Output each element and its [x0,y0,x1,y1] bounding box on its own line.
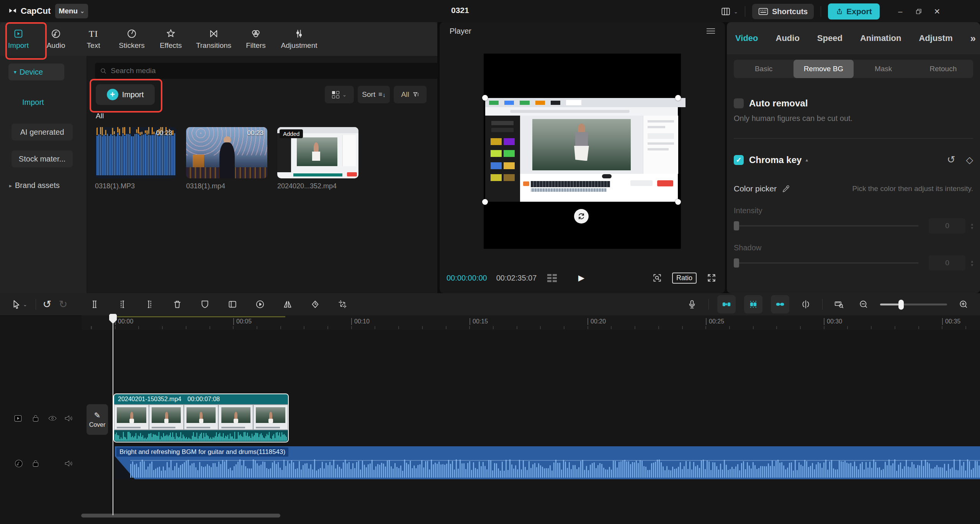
shadow-value[interactable]: 0 [929,255,965,271]
tab-audio-insp[interactable]: Audio [776,33,800,43]
player-menu-icon[interactable] [707,28,715,34]
delete-right-tool[interactable] [142,296,158,312]
keyframe-icon[interactable]: ◇ [966,155,973,165]
timeline-audio-clip[interactable]: Bright and refreshing BGM for guitar and… [115,446,980,479]
tab-speed[interactable]: Speed [817,33,843,43]
shortcuts-button[interactable]: Shortcuts [752,4,814,19]
auto-removal-checkbox[interactable] [734,98,744,108]
lock-icon[interactable] [31,413,41,423]
view-mode-button[interactable]: ⌄ [325,86,354,103]
hide-track-icon[interactable] [47,413,57,423]
tab-video[interactable]: Video [735,33,758,43]
search-input[interactable] [110,66,434,75]
tab-adjustment[interactable]: Adjustment [274,22,324,56]
close-button[interactable]: ✕ [929,4,945,19]
tab-animation[interactable]: Animation [860,33,901,43]
sidebar-item-import[interactable]: Import [22,98,87,107]
restore-button[interactable] [911,4,926,19]
eyedropper-icon[interactable] [782,184,790,193]
crop-tool[interactable] [335,296,351,312]
sidebar-item-device[interactable]: ▾ Device [8,64,64,80]
tab-import[interactable]: Import [0,22,37,56]
person-head-decor [224,136,231,143]
subtab-mask[interactable]: Mask [854,60,913,78]
subtab-basic[interactable]: Basic [734,60,793,78]
minimize-button[interactable]: – [893,4,908,19]
auto-snap-toggle[interactable] [744,295,762,313]
zoom-in-icon[interactable] [955,296,972,312]
mute-track-icon[interactable] [64,459,74,468]
lock-icon[interactable] [31,459,41,468]
media-item-video-added[interactable]: Added 2024020...352.mp4 [277,127,358,190]
rotate-tool[interactable] [307,296,323,312]
selection-handle-bottom-left[interactable] [482,199,488,205]
timeline-ruler-icon[interactable] [831,296,847,312]
shadow-stepper[interactable]: ▴▾ [971,259,973,267]
zoom-slider-handle[interactable] [898,300,904,310]
sidebar-item-ai-generated[interactable]: AI generated [11,124,73,140]
tab-filters[interactable]: Filters [237,22,274,56]
fullscreen-icon[interactable] [707,273,717,283]
speed-tool[interactable] [252,296,268,312]
sort-button[interactable]: Sort ≡↓ [358,86,390,103]
split-preview-icon[interactable] [798,296,814,312]
media-item-audio[interactable]: 00:23 0318(1).MP3 [95,127,176,190]
select-tool[interactable]: ⌄ [11,299,27,309]
selection-handle-bottom-right[interactable] [675,199,681,205]
menu-button[interactable]: Menu ⌄ [55,4,88,18]
sidebar-item-stock-materials[interactable]: Stock mater... [11,150,73,167]
reset-icon[interactable]: ↺ [947,154,955,166]
subtab-remove-bg[interactable]: Remove BG [793,60,853,78]
undo-button[interactable]: ↺ [39,296,55,312]
mirror-tool[interactable] [280,296,296,312]
shadow-slider[interactable] [734,262,919,264]
tab-stickers[interactable]: Stickers [112,22,152,56]
player-canvas[interactable] [484,54,681,249]
timeline-ruler[interactable]: 00:00 00:05 00:10 00:15 00:20 00:25 00:3… [82,315,980,330]
timeline-zoom-slider[interactable] [880,304,947,305]
cover-button[interactable]: ✎ Cover [87,404,108,435]
rotate-handle[interactable] [574,209,589,224]
delete-tool[interactable] [169,296,185,312]
ratio-button[interactable]: Ratio [672,273,697,284]
ruler-label: 00:20 [587,318,606,325]
timeline-video-clip[interactable]: 20240201-150352.mp4 00:00:07:08 [113,393,289,442]
subtab-retouch[interactable]: Retouch [913,60,973,78]
filter-button[interactable]: All [394,86,427,103]
capcut-logo-icon [8,6,18,16]
tab-text[interactable]: TI Text [75,22,112,56]
selection-handle-top-left[interactable] [482,95,488,101]
mute-track-icon[interactable] [64,413,74,423]
mask-tool[interactable] [197,296,213,312]
media-item-video[interactable]: 00:23 0318(1).mp4 [186,127,267,190]
search-box[interactable] [95,63,438,79]
focus-preview-icon[interactable] [652,273,662,283]
redo-button[interactable]: ↻ [55,296,71,312]
split-tool[interactable] [87,296,103,312]
tabs-overflow-icon[interactable]: » [970,33,975,44]
timeline-scrollbar[interactable] [81,514,280,517]
zoom-out-icon[interactable] [856,296,872,312]
play-button[interactable]: ▶ [578,273,584,282]
tab-effects[interactable]: Effects [152,22,190,56]
intensity-value[interactable]: 0 [929,218,965,233]
intensity-stepper[interactable]: ▴▾ [971,222,973,230]
main-track-magnet-toggle[interactable] [717,295,736,313]
record-voiceover-icon[interactable] [684,296,700,312]
tab-transitions[interactable]: Transitions [190,22,237,56]
selection-handle-top-right[interactable] [675,95,681,101]
preview-video-frame[interactable] [485,98,678,202]
chroma-key-checkbox[interactable]: ✓ [734,155,744,165]
sidebar-item-brand-assets[interactable]: ▸ Brand assets [9,181,87,190]
export-button[interactable]: Export [828,3,880,20]
tab-audio[interactable]: Audio [37,22,75,56]
preview-frames-icon[interactable] [547,274,557,282]
intensity-slider[interactable] [734,225,919,227]
delete-left-tool[interactable] [114,296,130,312]
import-media-button[interactable]: + Import [96,84,155,105]
layout-select-button[interactable]: ⌄ [720,7,738,16]
link-toggle[interactable] [771,295,789,313]
tab-adjustment-insp[interactable]: Adjustm [919,33,952,43]
overlay-tool[interactable] [224,296,241,312]
collapse-caret-icon[interactable]: ▴ [805,157,808,163]
